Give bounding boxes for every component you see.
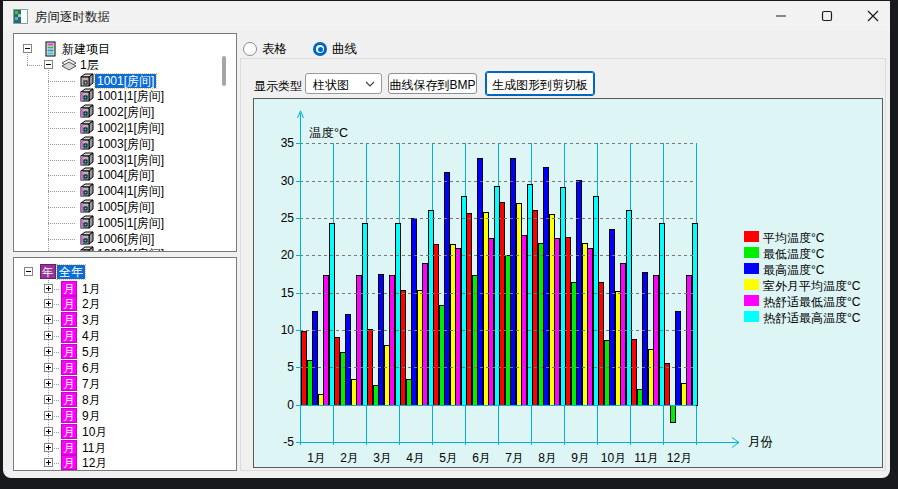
tree-item-label[interactable]: 1003[房间]: [95, 137, 156, 151]
save-bmp-button[interactable]: 曲线保存到BMP: [388, 73, 477, 94]
x-axis-tick-label: 4月: [399, 450, 432, 467]
y-axis-tick-label: 20: [254, 248, 294, 262]
tree-item-label[interactable]: 5月: [80, 345, 103, 359]
radio-table-circle: [243, 42, 257, 56]
tree-item-label[interactable]: 7月: [80, 377, 103, 391]
tree-item-label[interactable]: 10月: [80, 425, 109, 439]
tree-expand-box[interactable]: [44, 443, 53, 452]
tree-expand-box[interactable]: [23, 44, 32, 53]
tree-expand-box[interactable]: [44, 379, 53, 388]
x-axis-tick-label: 8月: [531, 450, 564, 467]
tree-item-label[interactable]: 1006|1[房间]: [95, 247, 166, 252]
radio-curve[interactable]: 曲线: [313, 40, 357, 58]
tree-item-label[interactable]: 8月: [80, 393, 103, 407]
tree-expand-box[interactable]: [24, 267, 33, 276]
tree-item[interactable]: 月12月: [14, 455, 236, 471]
tree-item[interactable]: 月7月: [14, 376, 236, 392]
tree-item[interactable]: 新建项目: [14, 41, 236, 57]
tree-item[interactable]: 1001|1[房间]: [14, 88, 236, 104]
tree-item-label[interactable]: 4月: [80, 329, 103, 343]
tree-item[interactable]: 月11月: [14, 440, 236, 456]
tree-scrollbar-thumb[interactable]: [222, 56, 226, 86]
svg-text:月: 月: [63, 410, 75, 422]
y-axis-tick-label: 35: [254, 136, 294, 150]
tree-expand-box[interactable]: [44, 347, 53, 356]
tree-expand-box[interactable]: [44, 60, 53, 69]
y-axis: [300, 113, 301, 442]
tree-expand-box[interactable]: [44, 315, 53, 324]
tree-item[interactable]: 1003[房间]: [14, 136, 236, 152]
tree-item[interactable]: 月1月: [14, 281, 236, 297]
tree-connector: [48, 223, 76, 224]
tree-item[interactable]: 月5月: [14, 344, 236, 360]
tree-item-label[interactable]: 1002|1[房间]: [95, 121, 166, 135]
window-title: 房间逐时数据: [35, 9, 110, 26]
legend-swatch: [744, 247, 759, 258]
tree-item[interactable]: 月9月: [14, 408, 236, 424]
tree-item[interactable]: 1001[房间]: [14, 73, 236, 89]
h-gridline: [300, 330, 696, 331]
tree-item[interactable]: 1006|1[房间]: [14, 246, 236, 252]
tree-expand-box[interactable]: [44, 299, 53, 308]
tree-item[interactable]: 月8月: [14, 392, 236, 408]
tree-item[interactable]: 月10月: [14, 424, 236, 440]
tree-item-label[interactable]: 1005|1[房间]: [95, 216, 166, 230]
tree-item-label[interactable]: 1004|1[房间]: [95, 184, 166, 198]
h-gridline: [300, 255, 696, 256]
tree-item[interactable]: 月3月: [14, 312, 236, 328]
tree-expand-box[interactable]: [44, 331, 53, 340]
tree-item[interactable]: 月4月: [14, 328, 236, 344]
tree-item[interactable]: 1004|1[房间]: [14, 183, 236, 199]
close-icon: [867, 10, 879, 22]
x-axis-arrow: [728, 437, 740, 448]
h-gridline: [300, 218, 696, 219]
tree-item[interactable]: 1005|1[房间]: [14, 215, 236, 231]
tree-item-label[interactable]: 2月: [80, 297, 103, 311]
y-axis-tick-label: 0: [254, 398, 294, 412]
tree-item-label[interactable]: 1层: [78, 58, 101, 72]
tree-item[interactable]: 月2月: [14, 296, 236, 312]
tree-item[interactable]: 月6月: [14, 360, 236, 376]
svg-text:月: 月: [63, 378, 75, 390]
y-axis-title: 温度°C: [309, 125, 348, 142]
tree-item-label[interactable]: 11月: [80, 441, 108, 455]
close-button[interactable]: [850, 1, 890, 31]
tree-item[interactable]: 1003|1[房间]: [14, 152, 236, 168]
tree-expand-box[interactable]: [44, 284, 53, 293]
tree-item-label[interactable]: 1001[房间]: [95, 74, 156, 88]
tree-item-label[interactable]: 1004[房间]: [95, 168, 156, 182]
tree-item-label[interactable]: 1006[房间]: [95, 232, 156, 246]
tree-expand-box[interactable]: [44, 411, 53, 420]
tree-item-label[interactable]: 1月: [80, 282, 103, 296]
tree-item[interactable]: 1006[房间]: [14, 231, 236, 247]
tree-expand-box[interactable]: [44, 363, 53, 372]
tree-item[interactable]: 1002[房间]: [14, 104, 236, 120]
tree-item-label[interactable]: 9月: [80, 409, 103, 423]
tree-item[interactable]: 1层: [14, 57, 236, 73]
tree-item-label[interactable]: 3月: [80, 313, 103, 327]
tree-item-label[interactable]: 1002[房间]: [95, 105, 156, 119]
x-axis: [300, 442, 735, 443]
minimize-button[interactable]: [758, 1, 804, 31]
copy-to-clipboard-button[interactable]: 生成图形到剪切板: [485, 71, 595, 96]
tree-item-label[interactable]: 1005[房间]: [95, 200, 156, 214]
tree-item-label[interactable]: 全年: [57, 265, 85, 279]
tree-expand-box[interactable]: [44, 395, 53, 404]
tree-item-label[interactable]: 6月: [80, 361, 103, 375]
tree-item-label[interactable]: 1001|1[房间]: [95, 89, 166, 103]
svg-text:月: 月: [63, 283, 75, 295]
tree-item-label[interactable]: 1003|1[房间]: [95, 153, 166, 167]
tree-item-label[interactable]: 新建项目: [60, 42, 112, 56]
legend-label: 室外月平均温度°C: [763, 278, 860, 295]
tree-item[interactable]: 1005[房间]: [14, 199, 236, 215]
radio-table[interactable]: 表格: [243, 40, 287, 58]
tree-expand-box[interactable]: [44, 427, 53, 436]
svg-text:月: 月: [63, 426, 75, 438]
tree-item[interactable]: 1002|1[房间]: [14, 120, 236, 136]
display-type-select[interactable]: 柱状图: [305, 73, 382, 94]
tree-item-label[interactable]: 12月: [80, 456, 109, 470]
tree-item[interactable]: 年全年: [14, 264, 236, 280]
tree-item[interactable]: 1004[房间]: [14, 167, 236, 183]
maximize-button[interactable]: [804, 1, 850, 31]
tree-expand-box[interactable]: [44, 458, 53, 467]
